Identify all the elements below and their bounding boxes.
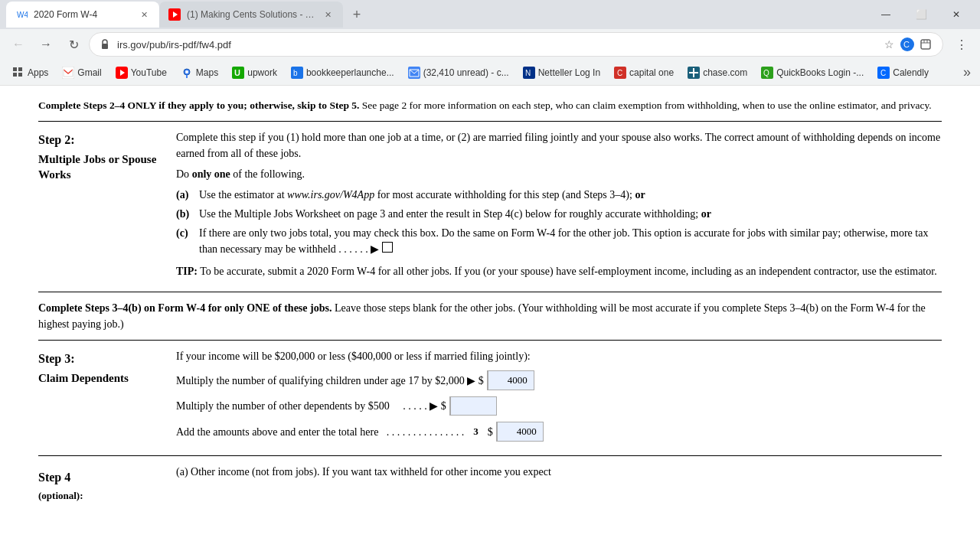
step2-body: Complete this step if you (1) hold more … [176, 129, 942, 284]
step2-number: Step 2: [38, 131, 176, 149]
step3-row2-input[interactable] [449, 396, 497, 416]
bookmark-star-icon[interactable]: ☆ [881, 37, 897, 52]
item-c-text: If there are only two jobs total, you ma… [199, 225, 942, 257]
step3-row3-input[interactable]: 4000 [496, 422, 544, 442]
bookmark-upwork-label: upwork [247, 67, 277, 78]
bookmark-quickbooks-label: QuickBooks Login -... [776, 67, 864, 78]
bookmark-capitalone[interactable]: C capital one [608, 64, 680, 82]
step2-label: Step 2: Multiple Jobs or Spouse Works [38, 129, 176, 284]
bookmark-maps-label: Maps [196, 67, 218, 78]
step2-item-c: (c) If there are only two jobs total, yo… [176, 225, 942, 257]
item-c-label: (c) [176, 225, 194, 257]
step3-row1-value: 4000 [488, 371, 534, 390]
top-note-normal: See page 2 for more information on each … [362, 99, 932, 111]
tip-bold: TIP: [176, 266, 198, 277]
bookmark-gmail[interactable]: Gmail [56, 64, 107, 82]
bookmark-apps[interactable]: Apps [6, 64, 54, 82]
page-content: Complete Steps 2–4 ONLY if they apply to… [0, 86, 980, 551]
svg-text:C: C [903, 40, 910, 49]
step2-item-a: (a) Use the estimator at www.irs.gov/W4A… [176, 187, 942, 203]
svg-rect-4 [102, 44, 108, 49]
bookmark-netteller-label: Netteller Log In [538, 67, 600, 78]
step4-sub-a: (a) Other income (not from jobs). If you… [176, 464, 942, 480]
bookmark-capitalone-label: capital one [629, 67, 674, 78]
close-button[interactable]: ✕ [939, 0, 974, 29]
quickbooks-icon: Q [761, 67, 773, 79]
bookmark-calendly[interactable]: C Calendly [871, 64, 935, 82]
svg-point-16 [185, 70, 188, 73]
step2-intro: Complete this step if you (1) hold more … [176, 129, 942, 161]
toolbar-icons: ⋮ [949, 32, 974, 57]
tab-active[interactable]: W4 2020 Form W-4 ✕ [6, 2, 159, 28]
forward-button[interactable]: → [34, 32, 58, 57]
capitalone-icon: C [614, 67, 626, 79]
svg-text:U: U [234, 68, 240, 77]
tab2-label: (1) Making Cents Solutions - You... [187, 9, 315, 20]
svg-text:C: C [617, 69, 622, 77]
calendly-icon: C [877, 67, 890, 79]
step4-section: Step 4 (optional): (a) Other income (not… [38, 464, 942, 503]
step4-number: Step 4 [38, 468, 176, 487]
bookmark-maps[interactable]: Maps [175, 64, 224, 82]
w4app-link[interactable]: www.irs.gov/W4App [287, 189, 374, 201]
bookmark-email[interactable]: (32,410 unread) - c... [402, 64, 515, 82]
address-icons: ☆ C [881, 37, 933, 52]
step3-row2-value [450, 397, 496, 416]
bookmark-netteller[interactable]: N Netteller Log In [517, 64, 606, 82]
step2-section: Step 2: Multiple Jobs or Spouse Works Co… [38, 129, 942, 284]
bookmark-upwork[interactable]: U upwork [226, 64, 283, 82]
bookkeeper-icon: b [291, 67, 303, 79]
svg-text:Q: Q [763, 69, 769, 77]
bookmark-email-label: (32,410 unread) - c... [423, 67, 509, 78]
maps-icon [181, 67, 193, 79]
step3-title: Claim Dependents [38, 371, 176, 386]
maximize-button[interactable]: ⬜ [903, 0, 939, 29]
more-options-button[interactable]: ⋮ [949, 32, 974, 57]
svg-text:N: N [525, 69, 531, 77]
tab2-favicon [168, 8, 181, 21]
netteller-icon: N [523, 67, 535, 79]
tab1-close[interactable]: ✕ [138, 8, 150, 21]
nav-bar: ← → ↻ irs.gov/pub/irs-pdf/fw4.pdf ☆ C ⋮ [0, 29, 980, 60]
tip-box: TIP: To be accurate, submit a 2020 Form … [176, 263, 942, 279]
bookmark-youtube[interactable]: YouTube [109, 64, 173, 82]
step3-row2-text: Multiply the number of other dependents … [176, 398, 446, 414]
bookmark-quickbooks[interactable]: Q QuickBooks Login -... [755, 64, 870, 82]
extension-icon[interactable] [918, 37, 933, 52]
svg-rect-8 [13, 67, 17, 71]
back-button[interactable]: ← [6, 32, 31, 57]
only-one-bold: only one [192, 168, 230, 180]
bookmark-bookkeeper[interactable]: b bookkeeperlaunche... [285, 64, 400, 82]
upwork-icon: U [232, 67, 244, 79]
bookmark-calendly-label: Calendly [893, 67, 929, 78]
svg-rect-7 [921, 40, 930, 49]
step3-row1-input[interactable]: 4000 [487, 370, 534, 390]
step2c-checkbox[interactable] [382, 242, 393, 253]
step3-row3: Add the amounts above and enter the tota… [176, 422, 942, 442]
lock-icon [99, 38, 111, 51]
svg-text:C: C [880, 69, 886, 77]
step3-label: Step 3: Claim Dependents [38, 348, 176, 448]
minimize-button[interactable]: — [868, 0, 903, 29]
step3-row3-text: Add the amounts above and enter the tota… [176, 424, 464, 440]
tab2[interactable]: (1) Making Cents Solutions - You... ✕ [159, 2, 343, 28]
step3-row3-value: 4000 [497, 422, 543, 441]
reload-button[interactable]: ↻ [61, 32, 86, 57]
step3-dollar-sign: $ [488, 424, 493, 440]
step3-body: If your income will be $200,000 or less … [176, 348, 942, 448]
new-tab-button[interactable]: + [346, 4, 368, 25]
bookmark-chase-label: chase.com [703, 67, 747, 78]
browser-frame: W4 2020 Form W-4 ✕ (1) Making Cents Solu… [0, 0, 980, 551]
divider-4 [38, 455, 942, 456]
step3-row2: Multiply the number of other dependents … [176, 396, 942, 416]
bookmark-bookkeeper-label: bookkeeperlaunche... [306, 67, 394, 78]
step4-body: (a) Other income (not from jobs). If you… [176, 464, 942, 503]
tab2-close[interactable]: ✕ [322, 8, 334, 21]
svg-text:W4: W4 [17, 11, 28, 19]
profile-icon[interactable]: C [900, 37, 915, 52]
address-bar[interactable]: irs.gov/pub/irs-pdf/fw4.pdf ☆ C [89, 32, 943, 57]
bookmark-chase[interactable]: chase.com [681, 64, 753, 82]
bookmarks-more-button[interactable]: » [960, 63, 974, 82]
bookmark-gmail-label: Gmail [77, 67, 101, 78]
step3-row3-num: 3 [467, 422, 485, 441]
